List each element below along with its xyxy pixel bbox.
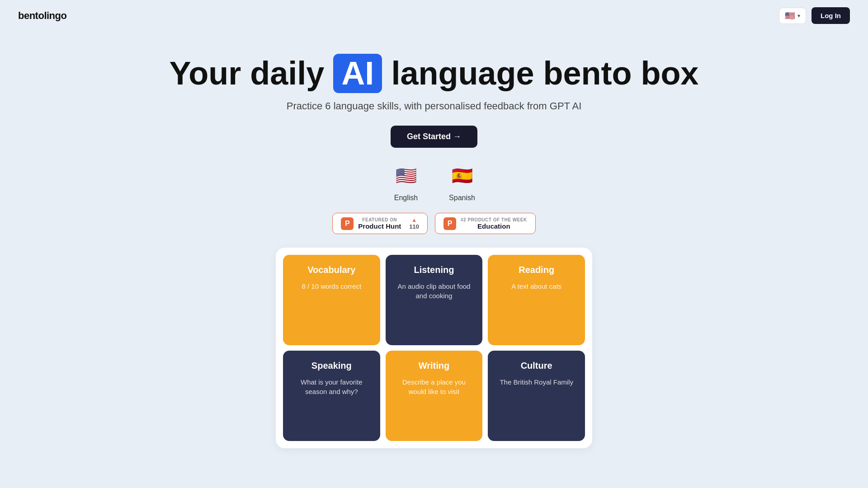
language-flags: 🇺🇸 English 🇪🇸 Spanish	[9, 161, 859, 202]
speaking-card[interactable]: Speaking What is your favorite season an…	[283, 351, 380, 441]
ph-week-text: #2 PRODUCT OF THE WEEK Education	[461, 217, 527, 230]
header: bentolingo 🇺🇸 ▾ Log In	[0, 0, 868, 31]
reading-desc: A text about cats	[497, 282, 576, 291]
ph-badges: P FEATURED ON Product Hunt ▲ 110 P #2 PR…	[9, 213, 859, 234]
vocabulary-card[interactable]: Vocabulary 8 / 10 words correct	[283, 255, 380, 345]
culture-card[interactable]: Culture The British Royal Family	[488, 351, 585, 441]
english-flag: 🇺🇸	[392, 161, 420, 190]
speaking-title: Speaking	[292, 361, 371, 371]
ai-badge: AI	[333, 54, 382, 93]
title-before: Your daily	[170, 55, 325, 91]
listening-card[interactable]: Listening An audio clip about food and c…	[386, 255, 483, 345]
chevron-down-icon: ▾	[797, 13, 800, 19]
reading-card[interactable]: Reading A text about cats	[488, 255, 585, 345]
listening-desc: An audio clip about food and cooking	[395, 282, 474, 300]
spanish-label: Spanish	[449, 194, 475, 202]
bento-bottom-row: Speaking What is your favorite season an…	[283, 351, 585, 441]
writing-title: Writing	[395, 361, 474, 371]
reading-title: Reading	[497, 265, 576, 275]
hero-title: Your daily AI language bento box	[9, 54, 859, 93]
vocabulary-desc: 8 / 10 words correct	[292, 282, 371, 291]
login-button[interactable]: Log In	[811, 7, 850, 24]
ph-icon-week: P	[443, 217, 456, 230]
bento-grid: Vocabulary 8 / 10 words correct Listenin…	[276, 248, 592, 448]
header-right: 🇺🇸 ▾ Log In	[779, 7, 850, 24]
ph-featured-label: FEATURED ON	[358, 217, 401, 222]
writing-card[interactable]: Writing Describe a place you would like …	[386, 351, 483, 441]
lang-spanish[interactable]: 🇪🇸 Spanish	[448, 161, 476, 202]
speaking-desc: What is your favorite season and why?	[292, 377, 371, 396]
ph-featured-count: 110	[409, 223, 419, 230]
flag-icon: 🇺🇸	[785, 11, 795, 21]
lang-english[interactable]: 🇺🇸 English	[392, 161, 420, 202]
writing-desc: Describe a place you would like to visit	[395, 377, 474, 396]
bento-top-row: Vocabulary 8 / 10 words correct Listenin…	[283, 255, 585, 345]
listening-title: Listening	[395, 265, 474, 275]
ph-featured-badge[interactable]: P FEATURED ON Product Hunt ▲ 110	[332, 213, 428, 234]
spanish-flag: 🇪🇸	[448, 161, 476, 190]
title-after: language bento box	[391, 55, 698, 91]
ph-week-label: #2 PRODUCT OF THE WEEK	[461, 217, 527, 222]
english-label: English	[394, 194, 418, 202]
ph-icon-featured: P	[341, 217, 354, 230]
hero-section: Your daily AI language bento box Practic…	[0, 31, 868, 462]
language-selector[interactable]: 🇺🇸 ▾	[779, 8, 806, 24]
ph-featured-name: Product Hunt	[358, 222, 401, 230]
culture-desc: The British Royal Family	[497, 377, 576, 387]
ph-featured-text: FEATURED ON Product Hunt	[358, 217, 401, 230]
culture-title: Culture	[497, 361, 576, 371]
vocabulary-title: Vocabulary	[292, 265, 371, 275]
ph-week-badge[interactable]: P #2 PRODUCT OF THE WEEK Education	[435, 213, 536, 234]
logo: bentolingo	[18, 10, 66, 22]
hero-subtitle: Practice 6 language skills, with persona…	[9, 100, 859, 112]
ph-week-name: Education	[461, 222, 527, 230]
get-started-button[interactable]: Get Started →	[391, 126, 477, 148]
